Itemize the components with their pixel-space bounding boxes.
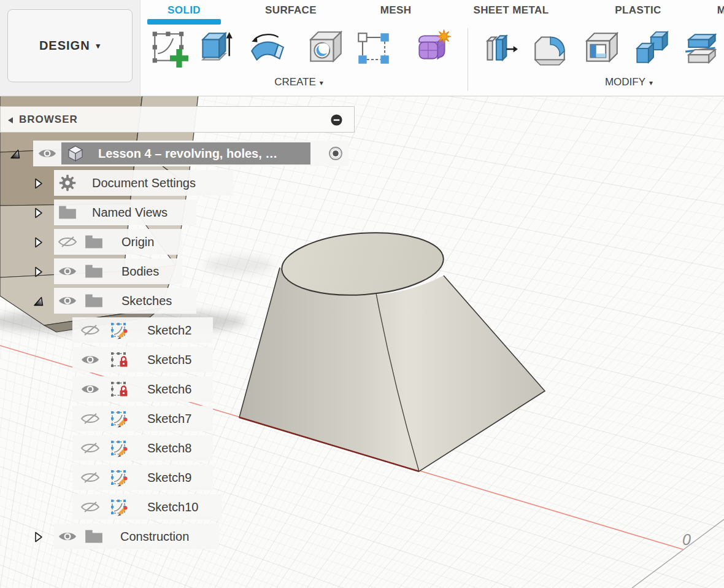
eye-visible-icon[interactable] bbox=[58, 530, 77, 543]
ribbon-toolbar: DESIGN ▾ SOLID SURFACE MESH SHEET METAL … bbox=[0, 0, 724, 96]
revolve-button[interactable] bbox=[247, 28, 288, 70]
tab-clipped[interactable]: M bbox=[717, 4, 724, 17]
activate-component-radio[interactable] bbox=[329, 147, 342, 160]
sketch-locked-icon bbox=[109, 380, 128, 398]
toolbar-divider bbox=[468, 28, 468, 91]
split-body-button[interactable] bbox=[682, 28, 724, 70]
tab-surface[interactable]: SURFACE bbox=[265, 4, 317, 17]
folder-icon bbox=[85, 262, 103, 280]
gear-icon bbox=[58, 174, 77, 192]
eye-hidden-icon[interactable] bbox=[58, 236, 77, 248]
chevron-down-icon: ▾ bbox=[649, 79, 653, 87]
browser-row-named-views[interactable]: Named Views bbox=[0, 199, 380, 225]
selected-row-highlight: Lesson 4 – revolving, holes, … bbox=[61, 142, 310, 164]
eye-hidden-icon[interactable] bbox=[81, 324, 99, 336]
browser-row-bodies[interactable]: Bodies bbox=[0, 258, 380, 284]
collapsed-arrow-icon[interactable] bbox=[32, 177, 44, 189]
sketch-locked-icon bbox=[109, 350, 128, 369]
combine-button[interactable] bbox=[632, 28, 674, 70]
sketch-icon bbox=[109, 409, 128, 428]
collapsed-arrow-icon[interactable] bbox=[32, 236, 44, 248]
press-pull-button[interactable] bbox=[479, 28, 520, 70]
tab-plastic[interactable]: PLASTIC bbox=[615, 4, 661, 17]
eye-visible-icon[interactable] bbox=[81, 354, 99, 366]
eye-visible-icon[interactable] bbox=[81, 383, 99, 395]
folder-icon bbox=[85, 527, 103, 546]
browser-row-sketch8[interactable]: Sketch8 bbox=[0, 435, 380, 461]
eye-visible-icon[interactable] bbox=[58, 295, 77, 307]
eye-visible-icon[interactable] bbox=[38, 147, 56, 160]
eye-visible-icon[interactable] bbox=[58, 265, 77, 277]
shell-button[interactable] bbox=[582, 28, 623, 70]
folder-icon bbox=[85, 292, 103, 310]
browser-row-sketch9[interactable]: Sketch9 bbox=[0, 465, 380, 490]
browser-row-construction[interactable]: Construction bbox=[0, 524, 380, 549]
sketch-icon bbox=[109, 498, 128, 516]
expanded-arrow-icon[interactable] bbox=[32, 295, 44, 307]
collapsed-arrow-icon[interactable] bbox=[32, 530, 44, 543]
eye-hidden-icon[interactable] bbox=[81, 442, 99, 454]
origin-tick-label: 0 bbox=[682, 531, 691, 548]
browser-row-sketch10[interactable]: Sketch10 bbox=[0, 494, 380, 520]
chevron-down-icon: ▾ bbox=[96, 41, 101, 50]
extrude-button[interactable] bbox=[195, 28, 237, 70]
browser-row-origin[interactable]: Origin bbox=[0, 229, 380, 255]
remove-icon[interactable] bbox=[330, 114, 343, 126]
browser-header[interactable]: BROWSER bbox=[0, 106, 355, 133]
component-name: Lesson 4 – revolving, holes, … bbox=[98, 147, 277, 161]
rectangular-pattern-button[interactable] bbox=[353, 28, 395, 70]
eye-hidden-icon[interactable] bbox=[81, 412, 99, 425]
workspace-switcher-button[interactable]: DESIGN ▾ bbox=[7, 9, 133, 82]
expanded-arrow-icon[interactable] bbox=[9, 147, 21, 160]
component-cube-icon bbox=[66, 144, 85, 163]
active-tab-indicator bbox=[147, 19, 221, 25]
workspace-panel: DESIGN ▾ bbox=[0, 0, 141, 96]
folder-icon bbox=[58, 203, 77, 222]
browser-row-sketch5[interactable]: Sketch5 bbox=[0, 347, 380, 373]
tab-sheet-metal[interactable]: SHEET METAL bbox=[473, 4, 549, 17]
browser-row-sketches[interactable]: Sketches bbox=[0, 288, 380, 314]
browser-row-sketch7[interactable]: Sketch7 bbox=[0, 406, 380, 431]
sketch-icon bbox=[109, 321, 128, 339]
tab-mesh[interactable]: MESH bbox=[380, 4, 412, 17]
sketch-icon bbox=[109, 468, 128, 487]
create-group-label[interactable]: CREATE▾ bbox=[274, 76, 323, 88]
tab-solid[interactable]: SOLID bbox=[168, 4, 201, 17]
create-form-button[interactable] bbox=[412, 28, 454, 70]
fusion-window: 0 BROWSER bbox=[0, 0, 724, 588]
modify-group-label[interactable]: MODIFY▾ bbox=[605, 76, 653, 88]
hole-button[interactable] bbox=[306, 28, 347, 70]
collapse-arrow-icon[interactable] bbox=[6, 115, 17, 126]
browser-title: BROWSER bbox=[19, 114, 78, 126]
collapsed-arrow-icon[interactable] bbox=[32, 206, 44, 219]
eye-hidden-icon[interactable] bbox=[81, 501, 99, 513]
browser-row-root-component[interactable]: Lesson 4 – revolving, holes, … bbox=[0, 141, 380, 166]
collapsed-arrow-icon[interactable] bbox=[32, 265, 44, 277]
sketch-icon bbox=[109, 439, 128, 457]
browser-row-sketch6[interactable]: Sketch6 bbox=[0, 376, 380, 402]
eye-hidden-icon[interactable] bbox=[81, 471, 99, 484]
chevron-down-icon: ▾ bbox=[320, 79, 323, 87]
fillet-button[interactable] bbox=[529, 28, 571, 70]
browser-row-sketch2[interactable]: Sketch2 bbox=[0, 317, 380, 343]
browser-row-document-settings[interactable]: Document Settings bbox=[0, 170, 380, 196]
create-sketch-button[interactable] bbox=[149, 28, 191, 70]
folder-icon bbox=[85, 233, 103, 251]
